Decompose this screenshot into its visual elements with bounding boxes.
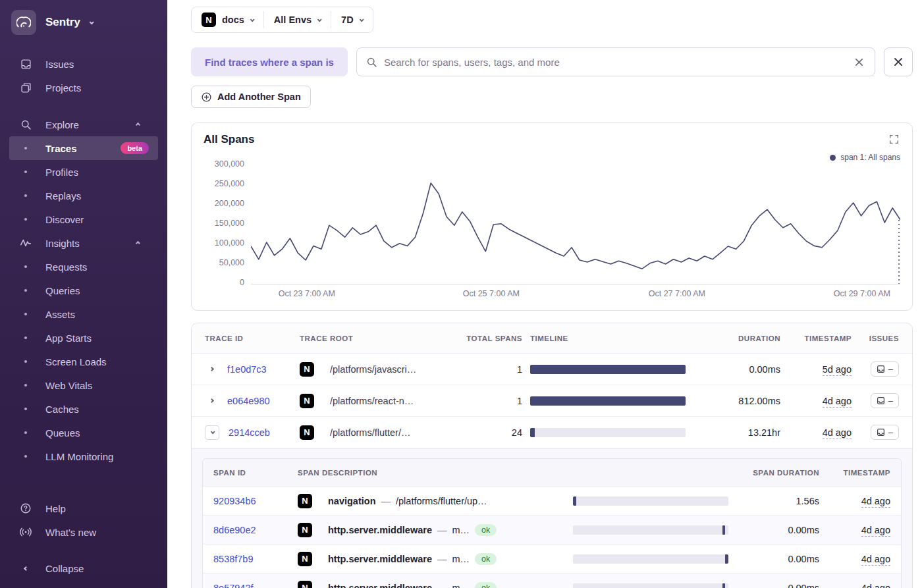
sidebar-item-screen-loads[interactable]: Screen Loads xyxy=(9,350,158,373)
column-header: TIMESTAMP xyxy=(827,469,890,477)
y-tick-label: 50,000 xyxy=(219,258,244,267)
trace-id-link[interactable]: 2914cceb xyxy=(229,427,270,438)
span-row[interactable]: 920934b6 N navigation — /platforms/flutt… xyxy=(203,487,901,516)
sidebar-item-web-vitals[interactable]: Web Vitals xyxy=(9,373,158,397)
trace-root: /platforms/react-n… xyxy=(330,396,454,406)
duration-value: 812.00ms xyxy=(707,396,780,406)
timestamp-value[interactable]: 5d ago xyxy=(823,364,852,376)
nextjs-platform-icon: N xyxy=(300,362,314,377)
span-row[interactable]: 8538f7b9 N http.server.middleware — m… o… xyxy=(203,545,901,574)
span-id-link[interactable]: 920934b6 xyxy=(213,496,256,506)
sidebar-section-explore[interactable]: Explore xyxy=(9,113,158,136)
bullet-icon xyxy=(24,289,27,292)
bullet-icon xyxy=(24,455,27,458)
sidebar-item-llm-monitoring[interactable]: LLM Monitoring xyxy=(9,444,158,468)
sidebar-item-projects[interactable]: Projects xyxy=(9,76,158,99)
timestamp-value[interactable]: 4d ago xyxy=(861,496,890,508)
sidebar-item-queues[interactable]: Queues xyxy=(9,421,158,444)
clear-search-icon[interactable] xyxy=(852,55,867,70)
timestamp-value[interactable]: 4d ago xyxy=(861,554,890,566)
sidebar-collapse-button[interactable]: Collapse xyxy=(9,556,158,580)
remove-span-filter-button[interactable] xyxy=(884,47,913,76)
bullet-icon xyxy=(24,171,27,173)
sidebar-item-discover[interactable]: Discover xyxy=(9,207,158,231)
trace-row-expanded[interactable]: 2914cceb N /platforms/flutter/… 24 13.21… xyxy=(192,417,912,448)
sidebar-item-caches[interactable]: Caches xyxy=(9,397,158,421)
bullet-icon xyxy=(24,431,27,434)
sidebar-item-label: Assets xyxy=(45,309,75,320)
duration-value: 0.00ms xyxy=(746,554,819,564)
span-op: http.server.middleware xyxy=(328,525,432,535)
sidebar-item-help[interactable]: Help xyxy=(9,496,158,520)
timestamp-value[interactable]: 4d ago xyxy=(861,583,890,588)
y-tick-label: 100,000 xyxy=(215,238,244,248)
fullscreen-icon[interactable] xyxy=(888,133,900,147)
trace-id-link[interactable]: e064e980 xyxy=(227,396,270,406)
sidebar-item-traces[interactable]: Traces beta xyxy=(9,136,158,160)
project-selector[interactable]: N docs xyxy=(192,7,263,32)
org-switcher[interactable]: Sentry xyxy=(0,0,167,39)
sidebar-item-label: Requests xyxy=(45,261,87,273)
sidebar-item-label: Profiles xyxy=(45,167,78,178)
sidebar-item-replays[interactable]: Replays xyxy=(9,184,158,207)
date-range-selector[interactable]: 7D xyxy=(331,7,373,32)
column-header: SPAN DURATION xyxy=(746,469,819,477)
bullet-icon xyxy=(24,265,27,268)
trace-id-link[interactable]: f1e0d7c3 xyxy=(227,364,267,375)
issues-indicator[interactable]: – xyxy=(871,393,899,408)
sidebar-item-label: Web Vitals xyxy=(45,380,92,391)
sidebar-item-issues[interactable]: Issues xyxy=(9,52,158,76)
timestamp-value[interactable]: 4d ago xyxy=(823,427,852,439)
timestamp-value[interactable]: 4d ago xyxy=(823,396,852,408)
trace-row[interactable]: e064e980 N /platforms/react-n… 1 812.00m… xyxy=(192,385,912,417)
bullet-icon xyxy=(24,384,27,387)
add-another-span-button[interactable]: Add Another Span xyxy=(191,86,311,108)
sidebar-item-assets[interactable]: Assets xyxy=(9,302,158,326)
bullet-icon xyxy=(24,147,27,149)
timeline-bar xyxy=(573,496,576,506)
sidebar-item-label: Issues xyxy=(45,59,74,70)
x-axis-labels: Oct 23 7:00 AM Oct 25 7:00 AM Oct 27 7:0… xyxy=(251,289,900,304)
find-traces-label: Find traces where a span is xyxy=(191,47,348,76)
timestamp-value[interactable]: 4d ago xyxy=(861,525,890,537)
timeline-bar xyxy=(722,583,725,588)
sidebar-item-label: Collapse xyxy=(45,563,84,574)
span-search-input[interactable] xyxy=(384,57,845,68)
sidebar: Sentry Issues xyxy=(0,0,167,588)
chevron-right-icon[interactable] xyxy=(205,399,218,402)
sidebar-item-queries[interactable]: Queries xyxy=(9,279,158,302)
sidebar-item-app-starts[interactable]: App Starts xyxy=(9,326,158,350)
span-op: http.server.middleware xyxy=(328,583,432,588)
duration-value: 0.00ms xyxy=(746,583,819,588)
environment-selector[interactable]: All Envs xyxy=(264,7,331,32)
span-search-box[interactable] xyxy=(356,47,875,76)
chart-legend[interactable]: span 1: All spans xyxy=(830,153,900,162)
chevron-right-icon[interactable] xyxy=(205,367,218,371)
issues-indicator[interactable]: – xyxy=(871,361,899,377)
span-op: navigation xyxy=(328,496,376,506)
column-header: TRACE ID xyxy=(205,334,292,342)
span-id-link[interactable]: 8538f7b9 xyxy=(213,554,253,564)
span-row[interactable]: 8e57942f N http.server.middleware — m… o… xyxy=(203,574,901,588)
column-header: DURATION xyxy=(707,334,780,342)
help-icon xyxy=(19,502,32,514)
span-id-link[interactable]: 8d6e90e2 xyxy=(213,525,256,535)
issues-indicator[interactable]: – xyxy=(871,425,899,440)
bullet-icon xyxy=(24,218,27,221)
line-chart: Oct 23 7:00 AM Oct 25 7:00 AM Oct 27 7:0… xyxy=(251,163,900,304)
sidebar-item-profiles[interactable]: Profiles xyxy=(9,160,158,184)
separator: — xyxy=(437,525,447,535)
sidebar-item-label: Traces xyxy=(45,143,77,154)
chart-title: All Spans xyxy=(203,133,254,146)
span-row[interactable]: 8d6e90e2 N http.server.middleware — m… o… xyxy=(203,516,901,545)
sidebar-item-whats-new[interactable]: What's new xyxy=(9,520,158,544)
sidebar-section-insights[interactable]: Insights xyxy=(9,231,158,255)
trace-row[interactable]: f1e0d7c3 N /platforms/javascri… 1 0.00ms… xyxy=(192,354,912,385)
timeline-bar xyxy=(530,365,686,374)
chevron-down-icon[interactable] xyxy=(205,425,219,440)
duration-value: 1.56s xyxy=(746,496,819,506)
span-id-link[interactable]: 8e57942f xyxy=(213,583,253,588)
sidebar-item-label: Replays xyxy=(45,190,81,201)
sidebar-item-requests[interactable]: Requests xyxy=(9,255,158,279)
y-tick-label: 0 xyxy=(240,278,244,287)
